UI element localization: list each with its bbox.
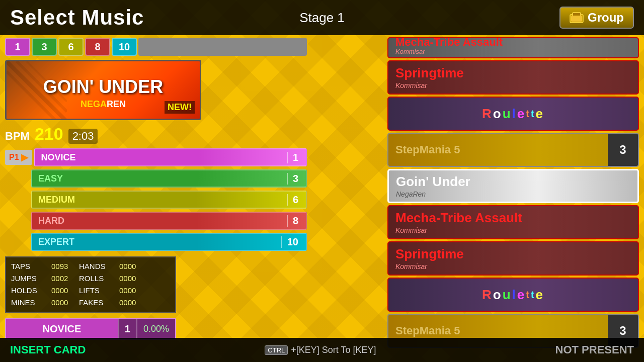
group-icon (570, 12, 584, 23)
diff-hard-bar[interactable]: HARD 8 (31, 212, 307, 230)
group-button[interactable]: Group (559, 7, 634, 29)
list-item-goin-under[interactable]: Goin' Under NegaRen (387, 169, 639, 203)
song-title: Springtime (395, 246, 638, 262)
difficulty-list: P1 ▶ NOVICE 1 EASY 3 MEDIUM 6 HARD (5, 148, 307, 251)
list-item-springtime-bottom[interactable]: Springtime Kommisar (387, 241, 639, 276)
diff-expert-bar[interactable]: EXPERT 10 (31, 233, 307, 251)
score-percent: 0.00% (136, 319, 175, 339)
list-item-mecha-tribe[interactable]: Mecha-Tribe Assault Kommisar (387, 205, 639, 239)
score-diff-name: NOVICE (6, 323, 118, 335)
roulette-label: Roulette (388, 106, 638, 122)
duration: 2:03 (68, 129, 98, 144)
lifts-val: 0000 (119, 285, 147, 297)
rolls-val: 0000 (119, 273, 147, 285)
bpm-label: BPM (5, 130, 30, 143)
diff-easy-bar[interactable]: EASY 3 (31, 169, 307, 188)
song-title: StepMania 5 (395, 324, 638, 337)
difficulty-tabs: 1 3 6 8 10 (5, 38, 307, 56)
insert-card-label: INSERT CARD (10, 343, 86, 356)
taps-val: 0093 (51, 260, 79, 273)
diff-tab-6[interactable]: 6 (58, 38, 84, 56)
list-item-roulette-top[interactable]: Roulette (387, 97, 639, 131)
fakes-label: FAKES (79, 297, 119, 309)
sort-hint: CTRL +[KEY] Sort To [KEY] (265, 345, 376, 355)
diff-tab-1[interactable]: 1 (5, 38, 30, 56)
page-title: Select Music (10, 6, 144, 30)
taps-label: TAPS (11, 260, 51, 273)
p1-arrow: ▶ (21, 152, 28, 163)
stats-table: TAPS 0093 HANDS 0000 JUMPS 0002 ROLLS 00… (5, 256, 176, 313)
rolls-label: ROLLS (79, 273, 119, 285)
diff-medium-number: 6 (287, 194, 301, 206)
song-artist: Kommisar (395, 48, 503, 55)
diff-easy-number: 3 (287, 173, 301, 185)
header: Select Music Stage 1 Group (0, 0, 644, 35)
score-number: 1 (118, 319, 136, 339)
bpm-row: BPM 210 2:03 (5, 124, 307, 144)
song-title: Goin' Under (396, 174, 637, 190)
stage-label: Stage 1 (299, 10, 345, 26)
diff-row-novice[interactable]: P1 ▶ NOVICE 1 (5, 148, 307, 167)
diff-tab-10[interactable]: 10 (112, 38, 137, 56)
group-count: 3 (608, 134, 638, 166)
song-list: Mecha-Tribe Assault Kommisar Springtime … (387, 35, 639, 348)
song-artist: Kommisar (395, 226, 638, 234)
diff-row-hard[interactable]: HARD 8 (5, 211, 307, 230)
holds-label: HOLDS (11, 285, 51, 297)
score-bar: NOVICE 1 0.00% (5, 318, 176, 340)
mines-val: 0000 (51, 297, 79, 309)
song-artist: Kommisar (395, 81, 638, 89)
song-artist: NegaRen (396, 190, 637, 198)
diff-hard-number: 8 (287, 215, 301, 227)
album-artist: NEGAREN (80, 99, 126, 110)
diff-medium-bar[interactable]: MEDIUM 6 (31, 191, 307, 209)
new-badge: NEW! (165, 101, 195, 114)
hands-label: HANDS (79, 260, 119, 273)
album-art: GOIN' UNDER NEGAREN NEW! (5, 60, 201, 120)
song-title: Mecha-Tribe Assault (395, 210, 638, 226)
song-title: Springtime (395, 65, 638, 81)
not-present-label: NOT PRESENT (555, 343, 634, 356)
diff-row-medium[interactable]: MEDIUM 6 (5, 190, 307, 209)
diff-novice-bar[interactable]: NOVICE 1 (34, 148, 307, 166)
left-panel: 1 3 6 8 10 GOIN' UNDER NEGAREN NEW! BPM … (5, 38, 307, 340)
song-artist: Kommisar (395, 262, 638, 270)
list-item-partial[interactable]: Mecha-Tribe Assault Kommisar (387, 37, 639, 58)
list-item-group-top[interactable]: StepMania 5 3 (387, 133, 639, 167)
diff-tab-8[interactable]: 8 (85, 38, 110, 56)
hands-val: 0000 (119, 260, 147, 273)
svg-rect-2 (571, 16, 582, 22)
list-item-springtime-top[interactable]: Springtime Kommisar (387, 60, 639, 95)
diff-row-expert[interactable]: EXPERT 10 (5, 232, 307, 251)
sort-text: +[KEY] Sort To [KEY] (291, 345, 376, 355)
song-title: StepMania 5 (395, 143, 638, 156)
song-title: Mecha-Tribe Assault (395, 37, 503, 48)
album-title: GOIN' UNDER (43, 76, 164, 98)
bpm-value: 210 (35, 124, 63, 144)
jumps-val: 0002 (51, 273, 79, 285)
diff-row-easy[interactable]: EASY 3 (5, 169, 307, 188)
diff-tab-filler (138, 38, 307, 56)
jumps-label: JUMPS (11, 273, 51, 285)
fakes-val: 0000 (119, 297, 147, 309)
holds-val: 0000 (51, 285, 79, 297)
statusbar: INSERT CARD CTRL +[KEY] Sort To [KEY] NO… (0, 338, 644, 362)
mines-label: MINES (11, 297, 51, 309)
group-label: Group (588, 11, 624, 25)
diff-tab-3[interactable]: 3 (32, 38, 57, 56)
list-item-roulette-bottom[interactable]: Roulette (387, 278, 639, 312)
roulette-label: Roulette (388, 287, 638, 303)
p1-indicator: P1 ▶ (5, 150, 32, 165)
diff-expert-number: 10 (281, 236, 301, 248)
lifts-label: LIFTS (79, 285, 119, 297)
ctrl-badge: CTRL (265, 345, 288, 355)
diff-novice-number: 1 (287, 152, 301, 163)
